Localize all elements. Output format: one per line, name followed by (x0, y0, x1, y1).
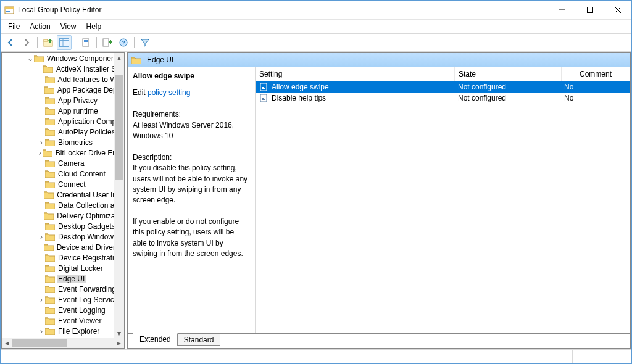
tree-label: Edge UI (57, 275, 86, 283)
list-header: Setting State Comment (256, 67, 630, 81)
svg-rect-27 (262, 97, 265, 97)
tree-item[interactable]: Connect (2, 179, 124, 189)
edit-policy-setting-link[interactable]: policy setting (148, 88, 190, 97)
tree-item[interactable]: ActiveX Installer Ser (2, 64, 124, 74)
svg-rect-10 (60, 39, 69, 47)
tree-item-root[interactable]: ⌄Windows Components (2, 53, 124, 64)
tree-item[interactable]: Credential User Inte (2, 189, 124, 200)
forward-button[interactable] (19, 35, 34, 50)
chevron-right-icon[interactable]: › (38, 233, 45, 241)
tree-label: Biometrics (57, 138, 94, 147)
tree-item[interactable]: Event Logging (2, 305, 124, 315)
vertical-scroll-thumb[interactable] (115, 75, 123, 180)
minimize-button[interactable] (548, 1, 576, 19)
tree-item[interactable]: AutoPlay Policies (2, 126, 124, 137)
toolbar-sep-2 (75, 37, 75, 48)
menu-help[interactable]: Help (83, 21, 106, 32)
chevron-down-icon[interactable]: ⌄ (27, 54, 34, 63)
column-header-setting[interactable]: Setting (256, 67, 455, 81)
tree-label: Event Logging (57, 306, 107, 315)
menu-action[interactable]: Action (26, 21, 54, 32)
tab-strip: Extended Standard (128, 333, 630, 348)
svg-rect-5 (587, 7, 592, 13)
svg-rect-29 (262, 99, 265, 100)
show-hide-console-tree-button[interactable] (57, 35, 72, 50)
export-list-button[interactable] (100, 35, 115, 50)
tree-item[interactable]: Event Viewer (2, 315, 124, 326)
tree-label: Windows Components (46, 54, 122, 63)
svg-rect-14 (84, 40, 88, 41)
help-button[interactable]: ? (116, 35, 131, 50)
tree-item[interactable]: Digital Locker (2, 263, 124, 273)
tree-item[interactable]: ›Biometrics (2, 137, 124, 147)
svg-rect-9 (44, 39, 48, 41)
tree-item[interactable]: Delivery Optimizatio (2, 210, 124, 221)
scroll-left-button[interactable]: ◂ (2, 338, 12, 348)
chevron-right-icon[interactable]: › (38, 138, 45, 147)
console-tree[interactable]: ⌄Windows ComponentsActiveX Installer Ser… (2, 53, 124, 338)
svg-rect-1 (5, 7, 14, 9)
tree-label: App runtime (57, 107, 99, 115)
tree-item[interactable]: Desktop Gadgets (2, 221, 124, 231)
tree-item[interactable]: Device and Driver C (2, 242, 124, 252)
back-button[interactable] (3, 35, 18, 50)
tree-item[interactable]: Cloud Content (2, 168, 124, 179)
maximize-button[interactable] (576, 1, 604, 19)
settings-list[interactable]: Allow edge swipeNot configuredNoDisable … (256, 81, 630, 333)
svg-rect-15 (84, 41, 88, 42)
tree-item[interactable]: Add features to Win (2, 74, 124, 85)
column-header-state[interactable]: State (455, 67, 562, 81)
menu-view[interactable]: View (57, 21, 80, 32)
up-button[interactable] (41, 35, 56, 50)
content-area: Allow edge swipe Edit policy setting Req… (128, 67, 630, 333)
tab-extended[interactable]: Extended (133, 333, 178, 345)
tree-item[interactable]: ›BitLocker Drive Encr (2, 147, 124, 158)
chevron-right-icon[interactable]: › (38, 149, 43, 157)
state-cell: Not configured (454, 94, 560, 102)
tree-label: BitLocker Drive Encr (54, 149, 124, 157)
tree-item[interactable]: Event Forwarding (2, 284, 124, 294)
svg-rect-23 (262, 87, 264, 88)
list-row[interactable]: Disable help tipsNot configuredNo (256, 93, 630, 104)
tree-label: Device Registration (57, 254, 123, 262)
tree-item[interactable]: Application Compa (2, 116, 124, 126)
scroll-up-button[interactable]: ▴ (114, 53, 124, 63)
svg-rect-22 (262, 86, 265, 86)
tab-standard[interactable]: Standard (177, 334, 221, 346)
tree-item[interactable]: Device Registration (2, 252, 124, 263)
status-cell-2 (572, 350, 631, 363)
comment-cell: No (560, 83, 630, 91)
tree-label: Cloud Content (57, 170, 107, 178)
chevron-right-icon[interactable]: › (38, 296, 45, 304)
tree-horizontal-scrollbar[interactable]: ◂ ▸ (2, 338, 124, 348)
tree-vertical-scrollbar[interactable]: ▴ ▾ (114, 53, 124, 338)
scroll-down-button[interactable]: ▾ (114, 328, 124, 338)
close-button[interactable] (604, 1, 631, 19)
tree-label: AutoPlay Policies (57, 128, 117, 136)
svg-rect-21 (262, 85, 265, 85)
tree-item[interactable]: App Privacy (2, 95, 124, 105)
tree-item[interactable]: Data Collection and (2, 200, 124, 210)
tree-label: Event Forwarding (57, 285, 117, 294)
tree-item[interactable]: App Package Deplo (2, 85, 124, 95)
tree-item[interactable]: App runtime (2, 105, 124, 116)
tree-item[interactable]: Camera (2, 158, 124, 168)
app-window: Local Group Policy Editor File Action Vi… (0, 0, 632, 364)
tree-item[interactable]: ›File Explorer (2, 326, 124, 336)
scroll-right-button[interactable]: ▸ (114, 338, 124, 348)
chevron-right-icon[interactable]: › (38, 327, 45, 336)
tree-label: Connect (57, 180, 87, 189)
statusbar (1, 349, 631, 363)
tree-item[interactable]: ›Event Log Service (2, 294, 124, 305)
list-row[interactable]: Allow edge swipeNot configuredNo (256, 81, 630, 93)
tree-item[interactable]: ›Desktop Window M (2, 231, 124, 242)
tree-item[interactable]: Edge UI (2, 273, 124, 284)
filter-button[interactable] (138, 35, 152, 50)
horizontal-scroll-thumb[interactable] (12, 339, 67, 347)
menu-file[interactable]: File (4, 21, 23, 32)
column-header-comment[interactable]: Comment (562, 67, 630, 81)
tree-label: Digital Locker (57, 264, 104, 273)
body: ⌄Windows ComponentsActiveX Installer Ser… (1, 52, 631, 349)
properties-button[interactable] (78, 35, 93, 50)
toolbar: ? (1, 34, 631, 52)
